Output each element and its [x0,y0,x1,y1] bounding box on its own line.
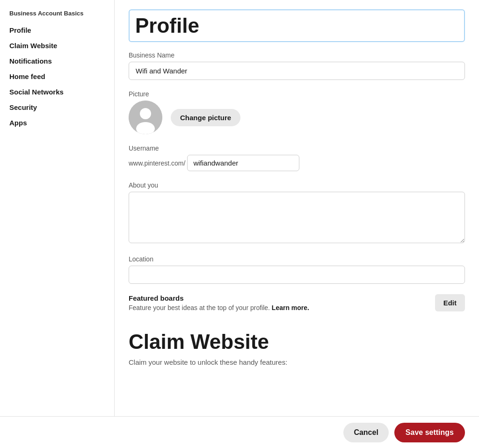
avatar-icon [129,101,162,134]
sidebar-item-profile[interactable]: Profile [9,22,114,38]
sidebar-item-apps[interactable]: Apps [9,115,114,130]
sidebar-item-social-networks[interactable]: Social Networks [9,84,114,100]
main-content: Profile Business Name Picture [115,0,479,448]
featured-boards-learn-more[interactable]: Learn more. [272,304,309,311]
claim-website-desc: Claim your website to unlock these handy… [129,358,465,366]
sidebar-item-home-feed[interactable]: Home feed [9,69,114,84]
business-name-input[interactable] [129,62,465,80]
business-name-label: Business Name [129,51,465,59]
profile-section: Profile Business Name Picture [129,9,465,311]
business-name-field: Business Name [129,51,465,80]
svg-point-1 [140,108,151,119]
avatar [129,101,162,134]
sidebar-section-title: Business Account Basics [9,9,114,18]
save-settings-button[interactable]: Save settings [394,423,465,442]
profile-title: Profile [129,9,465,42]
sidebar-item-claim-website[interactable]: Claim Website [9,38,114,53]
location-field: Location [129,255,465,284]
bottom-bar: Cancel Save settings [0,416,479,448]
featured-boards-title: Featured boards [129,294,426,302]
username-field: Username www.pinterest.com/ [129,145,465,171]
about-label: About you [129,181,465,189]
claim-website-title: Claim Website [129,330,465,354]
featured-boards-desc-text: Feature your best ideas at the top of yo… [129,304,270,311]
featured-boards-text: Featured boards Feature your best ideas … [129,294,426,311]
claim-website-section: Claim Website Claim your website to unlo… [129,330,465,366]
featured-boards-row: Featured boards Feature your best ideas … [129,294,465,311]
sidebar-item-security[interactable]: Security [9,100,114,115]
username-row: www.pinterest.com/ [129,155,465,171]
picture-field: Picture Change picture [129,90,465,134]
about-textarea[interactable] [129,192,465,243]
sidebar: Business Account Basics Profile Claim We… [0,0,115,448]
username-input[interactable] [187,155,299,171]
featured-boards-edit-button[interactable]: Edit [435,294,465,311]
location-input[interactable] [129,266,465,284]
username-prefix: www.pinterest.com/ [129,159,185,167]
sidebar-item-notifications[interactable]: Notifications [9,53,114,69]
cancel-button[interactable]: Cancel [343,423,388,442]
featured-boards-desc: Feature your best ideas at the top of yo… [129,304,426,311]
picture-label: Picture [129,90,465,98]
change-picture-button[interactable]: Change picture [171,109,240,126]
about-field: About you [129,181,465,245]
picture-area: Change picture [129,101,465,134]
username-label: Username [129,145,465,152]
location-label: Location [129,255,465,263]
